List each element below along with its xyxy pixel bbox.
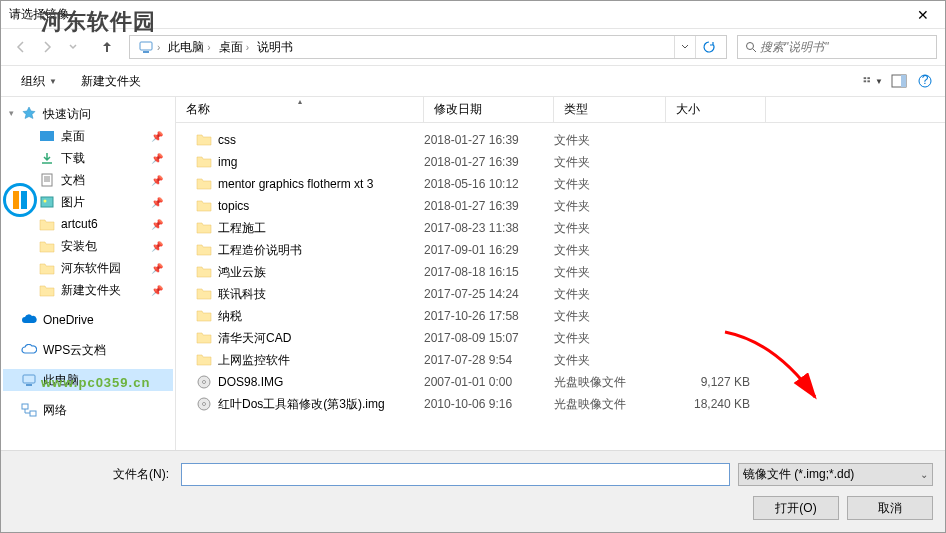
file-row[interactable]: css2018-01-27 16:39文件夹 [176, 129, 945, 151]
breadcrumb-part[interactable]: 此电脑› [164, 36, 214, 58]
open-button[interactable]: 打开(O) [753, 496, 839, 520]
close-button[interactable]: ✕ [900, 1, 945, 29]
nav-up-button[interactable] [95, 35, 119, 59]
svg-rect-4 [864, 80, 867, 82]
file-type: 光盘映像文件 [554, 396, 666, 413]
folder-icon [196, 154, 212, 170]
sidebar-thispc[interactable]: 此电脑 [3, 369, 173, 391]
file-row[interactable]: 上网监控软件2017-07-28 9:54文件夹 [176, 349, 945, 371]
column-headers: ▴ 名称 修改日期 类型 大小 [176, 97, 945, 123]
search-box[interactable] [737, 35, 937, 59]
navbar: › 此电脑› 桌面› 说明书 [1, 29, 945, 65]
sidebar: ▾ 快速访问 桌面📌下载📌文档📌图片📌artcut6📌安装包📌河东软件园📌新建文… [1, 97, 176, 462]
svg-rect-3 [864, 77, 867, 79]
nav-back-button[interactable] [9, 35, 33, 59]
breadcrumb-root-icon[interactable]: › [134, 36, 164, 58]
sidebar-wps[interactable]: WPS云文档 [3, 339, 173, 361]
cancel-button[interactable]: 取消 [847, 496, 933, 520]
file-row[interactable]: topics2018-01-27 16:39文件夹 [176, 195, 945, 217]
sidebar-item[interactable]: 河东软件园📌 [3, 257, 173, 279]
sidebar-onedrive[interactable]: OneDrive [3, 309, 173, 331]
file-date: 2017-08-18 16:15 [424, 265, 554, 279]
folder-icon [39, 238, 55, 254]
sidebar-item[interactable]: 下载📌 [3, 147, 173, 169]
pin-icon: 📌 [151, 285, 163, 296]
sidebar-item[interactable]: 安装包📌 [3, 235, 173, 257]
desktop-icon [39, 128, 55, 144]
file-size: 9,127 KB [666, 375, 766, 389]
file-date: 2017-09-01 16:29 [424, 243, 554, 257]
svg-rect-16 [26, 384, 32, 386]
file-name: DOS98.IMG [218, 375, 283, 389]
file-type: 文件夹 [554, 308, 666, 325]
filetype-select[interactable]: 镜像文件 (*.img;*.dd) ⌄ [738, 463, 933, 486]
pic-icon [39, 194, 55, 210]
help-button[interactable]: ? [915, 71, 935, 91]
svg-rect-18 [30, 411, 36, 416]
file-type: 文件夹 [554, 154, 666, 171]
file-row[interactable]: 清华天河CAD2017-08-09 15:07文件夹 [176, 327, 945, 349]
refresh-button[interactable] [695, 36, 722, 58]
file-row[interactable]: mentor graphics flotherm xt 32018-05-16 … [176, 173, 945, 195]
file-row[interactable]: 工程造价说明书2017-09-01 16:29文件夹 [176, 239, 945, 261]
file-row[interactable]: 红叶Dos工具箱修改(第3版).img2010-10-06 9:16光盘映像文件… [176, 393, 945, 415]
file-type: 文件夹 [554, 286, 666, 303]
organize-button[interactable]: 组织▼ [11, 70, 67, 93]
file-type: 文件夹 [554, 176, 666, 193]
file-row[interactable]: 联讯科技2017-07-25 14:24文件夹 [176, 283, 945, 305]
svg-rect-0 [140, 42, 152, 50]
newfolder-button[interactable]: 新建文件夹 [71, 70, 151, 93]
sidebar-network[interactable]: 网络 [3, 399, 173, 421]
filename-input[interactable] [181, 463, 730, 486]
col-date[interactable]: 修改日期 [424, 97, 554, 122]
folder-icon [196, 132, 212, 148]
file-type: 文件夹 [554, 264, 666, 281]
file-name: topics [218, 199, 249, 213]
breadcrumb-dropdown[interactable] [674, 36, 695, 58]
file-name: 鸿业云族 [218, 264, 266, 281]
preview-pane-button[interactable] [889, 71, 909, 91]
onedrive-icon [21, 312, 37, 328]
breadcrumb-part[interactable]: 说明书 [253, 36, 297, 58]
file-name: mentor graphics flotherm xt 3 [218, 177, 373, 191]
sidebar-item[interactable]: artcut6📌 [3, 213, 173, 235]
sidebar-item[interactable]: 文档📌 [3, 169, 173, 191]
sidebar-item[interactable]: 新建文件夹📌 [3, 279, 173, 301]
svg-rect-15 [23, 375, 35, 383]
file-type: 文件夹 [554, 330, 666, 347]
sidebar-item-label: 安装包 [61, 238, 97, 255]
pin-icon: 📌 [151, 263, 163, 274]
sidebar-item[interactable]: 桌面📌 [3, 125, 173, 147]
file-row[interactable]: 纳税2017-10-26 17:58文件夹 [176, 305, 945, 327]
sidebar-item[interactable]: 图片📌 [3, 191, 173, 213]
view-options-button[interactable]: ▼ [863, 71, 883, 91]
sidebar-quickaccess[interactable]: 快速访问 [3, 103, 173, 125]
file-date: 2010-10-06 9:16 [424, 397, 554, 411]
col-type[interactable]: 类型 [554, 97, 666, 122]
folder-icon [196, 308, 212, 324]
svg-rect-13 [41, 197, 53, 207]
svg-point-2 [747, 43, 754, 50]
nav-recent-dropdown[interactable] [61, 35, 85, 59]
file-row[interactable]: 工程施工2017-08-23 11:38文件夹 [176, 217, 945, 239]
chevron-down-icon: ⌄ [920, 469, 928, 480]
breadcrumb-part[interactable]: 桌面› [215, 36, 253, 58]
folder-icon [196, 176, 212, 192]
sort-indicator-icon: ▴ [298, 97, 302, 106]
file-row[interactable]: DOS98.IMG2007-01-01 0:00光盘映像文件9,127 KB [176, 371, 945, 393]
col-size[interactable]: 大小 [666, 97, 766, 122]
file-row[interactable]: img2018-01-27 16:39文件夹 [176, 151, 945, 173]
svg-point-22 [203, 403, 206, 406]
expand-icon[interactable]: ▾ [5, 108, 17, 118]
sidebar-item-label: 河东软件园 [61, 260, 121, 277]
folder-icon [196, 220, 212, 236]
svg-rect-8 [901, 75, 906, 87]
sidebar-item-label: 下载 [61, 150, 85, 167]
nav-forward-button[interactable] [35, 35, 59, 59]
file-row[interactable]: 鸿业云族2017-08-18 16:15文件夹 [176, 261, 945, 283]
file-type: 文件夹 [554, 242, 666, 259]
folder-icon [196, 330, 212, 346]
col-name[interactable]: ▴ 名称 [176, 97, 424, 122]
breadcrumb[interactable]: › 此电脑› 桌面› 说明书 [129, 35, 727, 59]
search-input[interactable] [760, 40, 932, 54]
